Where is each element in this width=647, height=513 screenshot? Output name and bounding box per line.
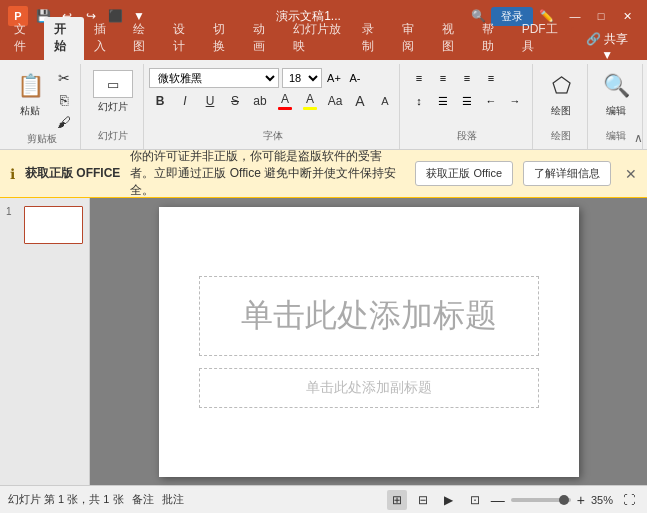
font-name-row: 微软雅黑 18 A+ A-: [149, 68, 396, 88]
shapes-button[interactable]: ⬠ 绘图: [541, 68, 581, 120]
slide-thumb-container: 1: [6, 206, 83, 244]
zoom-slider[interactable]: [511, 498, 571, 502]
slide-canvas[interactable]: 单击此处添加标题 单击此处添加副标题: [159, 207, 579, 477]
tab-view[interactable]: 视图: [432, 17, 472, 60]
drawing-group-label: 绘图: [551, 129, 571, 147]
paragraph-label: 段落: [457, 129, 477, 147]
increase-font-button[interactable]: A+: [325, 69, 343, 87]
shapes-icon: ⬠: [545, 70, 577, 102]
drawing-content: ⬠ 绘图: [541, 66, 581, 129]
clipboard-label: 剪贴板: [27, 132, 57, 150]
list-bullet-button[interactable]: ☰: [432, 91, 454, 111]
zoom-plus-button[interactable]: +: [577, 492, 585, 508]
font-color-button[interactable]: A: [274, 91, 296, 111]
paste-button[interactable]: 📋 粘贴: [10, 68, 50, 120]
slides-label: 幻灯片: [98, 129, 128, 147]
tab-record[interactable]: 录制: [352, 17, 392, 60]
get-office-button[interactable]: 获取正版 Office: [415, 161, 513, 186]
font-controls: 微软雅黑 18 A+ A- B I U S ab A: [149, 68, 396, 111]
tab-animation[interactable]: 动画: [243, 17, 283, 60]
align-center-button[interactable]: ≡: [432, 68, 454, 88]
strikethrough-button[interactable]: S: [224, 91, 246, 111]
font-size-adjust-button[interactable]: Aa: [324, 91, 346, 111]
canvas-area[interactable]: 单击此处添加标题 单击此处添加副标题: [90, 198, 647, 485]
find-button[interactable]: 🔍 编辑: [596, 68, 636, 120]
close-button[interactable]: ✕: [615, 4, 639, 28]
cut-button[interactable]: ✂: [54, 68, 74, 88]
new-slide-button[interactable]: ▭ 幻灯片: [89, 68, 137, 116]
info-bar-title: 获取正版 OFFICE: [25, 165, 120, 182]
tab-design[interactable]: 设计: [163, 17, 203, 60]
clear-format-button[interactable]: ab: [249, 91, 271, 111]
view-normal-button[interactable]: ⊞: [387, 490, 407, 510]
format-painter-button[interactable]: 🖌: [54, 112, 74, 132]
tab-insert[interactable]: 插入: [84, 17, 124, 60]
status-right: ⊞ ⊟ ▶ ⊡ — + 35% ⛶: [387, 490, 639, 510]
copy-button[interactable]: ⎘: [54, 90, 74, 110]
slide-thumbnail[interactable]: [24, 206, 83, 244]
status-left: 幻灯片 第 1 张，共 1 张 备注 批注: [8, 492, 379, 507]
text-highlight-button[interactable]: A: [299, 91, 321, 111]
font-color-bar: [278, 107, 292, 110]
underline-button[interactable]: U: [199, 91, 221, 111]
tab-pdf[interactable]: PDF工具: [512, 17, 572, 60]
title-placeholder-text: 单击此处添加标题: [241, 294, 497, 338]
editing-label: 编辑: [606, 129, 626, 147]
tab-transition[interactable]: 切换: [203, 17, 243, 60]
view-grid-button[interactable]: ⊟: [413, 490, 433, 510]
group-clipboard: 📋 粘贴 ✂ ⎘ 🖌 剪贴板: [4, 64, 81, 149]
editing-label: 编辑: [606, 104, 626, 118]
font-label: 字体: [263, 129, 283, 147]
subtitle-placeholder[interactable]: 单击此处添加副标题: [199, 368, 539, 408]
subtitle-placeholder-text: 单击此处添加副标题: [306, 379, 432, 397]
zoom-minus-button[interactable]: —: [491, 492, 505, 508]
title-placeholder[interactable]: 单击此处添加标题: [199, 276, 539, 356]
slide-info: 幻灯片 第 1 张，共 1 张: [8, 492, 124, 507]
line-spacing-button[interactable]: ↕: [408, 91, 430, 111]
justify-button[interactable]: ≡: [480, 68, 502, 88]
tab-draw[interactable]: 绘图: [123, 17, 163, 60]
zoom-thumb: [559, 495, 569, 505]
align-left-button[interactable]: ≡: [408, 68, 430, 88]
ribbon-collapse-button[interactable]: ∧: [634, 131, 643, 145]
view-fit-button[interactable]: ⊡: [465, 490, 485, 510]
tab-file[interactable]: 文件: [4, 17, 44, 60]
indent-decrease-button[interactable]: ←: [480, 91, 502, 111]
main-area: 1 单击此处添加标题 单击此处添加副标题: [0, 198, 647, 485]
bold-button[interactable]: B: [149, 91, 171, 111]
copy-icon: ⎘: [60, 92, 68, 108]
italic-button[interactable]: I: [174, 91, 196, 111]
list-number-button[interactable]: ☰: [456, 91, 478, 111]
info-icon: ℹ: [10, 166, 15, 182]
learn-more-button[interactable]: 了解详细信息: [523, 161, 611, 186]
slide-number: 1: [6, 206, 18, 217]
notes-button[interactable]: 备注: [132, 492, 154, 507]
align-right-button[interactable]: ≡: [456, 68, 478, 88]
decrease-font-button[interactable]: A-: [346, 69, 364, 87]
tab-slideshow[interactable]: 幻灯片放映: [283, 17, 353, 60]
group-drawing: ⬠ 绘图 绘图: [535, 64, 588, 149]
group-font: 微软雅黑 18 A+ A- B I U S ab A: [146, 64, 400, 149]
comments-button[interactable]: 批注: [162, 492, 184, 507]
info-bar-close-button[interactable]: ✕: [625, 166, 637, 182]
font-color-a-icon: A: [281, 92, 289, 106]
font-size-select[interactable]: 18: [282, 68, 322, 88]
tab-review[interactable]: 审阅: [392, 17, 432, 60]
highlight-color-bar: [303, 107, 317, 110]
font-name-select[interactable]: 微软雅黑: [149, 68, 279, 88]
find-icon: 🔍: [600, 70, 632, 102]
view-slideshow-button[interactable]: ▶: [439, 490, 459, 510]
new-slide-icon: ▭: [93, 70, 133, 98]
restore-button[interactable]: □: [589, 4, 613, 28]
font-size-decrease2[interactable]: A: [374, 91, 396, 111]
ribbon-body: 📋 粘贴 ✂ ⎘ 🖌 剪贴板 ▭ 幻灯片 幻: [0, 60, 647, 150]
new-slide-label: 幻灯片: [98, 100, 128, 114]
format-row: B I U S ab A A Aa A A: [149, 91, 396, 111]
zoom-fit-button[interactable]: ⛶: [619, 490, 639, 510]
tab-help[interactable]: 帮助: [472, 17, 512, 60]
tab-home[interactable]: 开始: [44, 17, 84, 60]
font-size-increase2[interactable]: A: [349, 91, 371, 111]
indent-increase-button[interactable]: →: [504, 91, 526, 111]
paragraph-controls: ≡ ≡ ≡ ≡ ↕ ☰ ☰ ← →: [408, 68, 526, 111]
editing-content: 🔍 编辑: [596, 66, 636, 129]
